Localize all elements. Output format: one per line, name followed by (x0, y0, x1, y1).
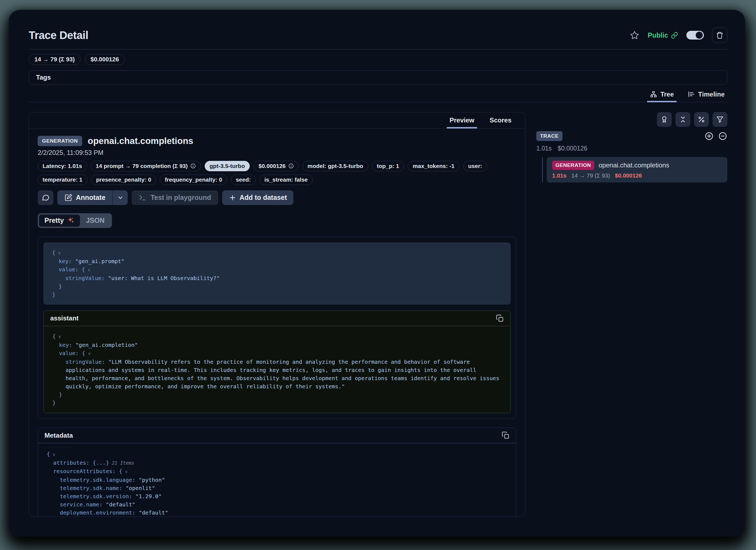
param-chip: max_tokens: -1 (408, 161, 459, 171)
code-line: service.name: "default" (47, 500, 507, 509)
observation-detail-card: Preview Scores GENERATION openai.chat.co… (29, 112, 525, 517)
code-token: } (59, 391, 62, 398)
metadata-json-block: {∨attributes: {...}21 ItemsresourceAttri… (38, 443, 516, 516)
trace-latency: 1.01s (536, 145, 552, 152)
header-divider (29, 49, 727, 50)
delete-trace-button[interactable] (712, 28, 727, 43)
param-chip: presence_penalty: 0 (91, 175, 156, 185)
expand-object-token[interactable]: {...} (93, 459, 109, 466)
code-token: } (52, 399, 56, 406)
code-token: value: { (59, 350, 85, 356)
header-actions: Public (630, 28, 727, 43)
param-chip: model: gpt-3.5-turbo (303, 161, 368, 171)
expand-all-button[interactable] (704, 132, 714, 141)
param-chip: user: (463, 161, 487, 171)
tree-icon (650, 91, 657, 98)
code-token: value: { (59, 266, 85, 273)
copy-metadata-button[interactable] (502, 431, 510, 439)
sparkles-icon (67, 217, 75, 224)
model-chip[interactable]: gpt-3.5-turbo (205, 161, 250, 171)
page-title: Trace Detail (29, 29, 88, 41)
add-to-dataset-button[interactable]: Add to dataset (222, 190, 294, 205)
generation-latency: 1.01s (552, 172, 567, 179)
collapse-chevron-icon[interactable]: ∨ (88, 267, 90, 273)
annotate-button[interactable]: Annotate (57, 190, 112, 205)
generation-tokens: 14 → 79 (Σ 93) (572, 172, 610, 179)
scores-annotation-button[interactable] (657, 112, 672, 127)
trace-metrics: 1.01s $0.000126 (536, 145, 727, 152)
collapse-node-button[interactable] (718, 132, 727, 141)
comment-icon (42, 194, 50, 202)
award-icon (660, 116, 668, 123)
toggle-knob (696, 32, 703, 39)
pretty-label: Pretty (44, 217, 64, 225)
code-line: {∨ (52, 249, 502, 257)
code-token: { (47, 451, 50, 457)
tab-preview[interactable]: Preview (447, 112, 477, 129)
filter-button[interactable] (713, 112, 727, 127)
chip-label: is_stream: false (264, 177, 308, 183)
code-line: } (52, 282, 502, 290)
generation-cost: $0.000126 (615, 172, 642, 179)
collapse-chevron-icon[interactable]: ∨ (58, 334, 61, 339)
code-token: stringValue: (66, 358, 108, 365)
param-chip: is_stream: false (260, 175, 313, 185)
format-toggle: Pretty JSON (38, 213, 112, 228)
test-in-playground-button[interactable]: Test in playground (132, 190, 218, 205)
collapse-all-button[interactable] (675, 112, 690, 127)
format-pretty-option[interactable]: Pretty (39, 215, 80, 227)
code-token: resourceAttributes: { (53, 468, 122, 474)
app-window: Trace Detail Public (9, 10, 745, 537)
percent-icon (698, 116, 705, 123)
code-token: } (52, 291, 55, 298)
content-area: Preview Scores GENERATION openai.chat.co… (29, 112, 727, 517)
public-share-link[interactable]: Public (648, 31, 678, 39)
code-token: } (59, 283, 62, 289)
collapse-chevron-icon[interactable]: ∨ (53, 452, 55, 457)
code-line: key: "gen_ai.prompt" (52, 257, 502, 265)
tab-scores[interactable]: Scores (487, 112, 514, 129)
public-toggle[interactable] (686, 31, 704, 40)
code-line: stringValue: "user: What is LLM Observab… (52, 274, 502, 282)
copy-assistant-button[interactable] (496, 314, 504, 322)
param-chip: temperature: 1 (38, 175, 87, 185)
tab-tree[interactable]: Tree (647, 88, 677, 102)
code-line: } (52, 399, 502, 407)
trace-node-badge[interactable]: TRACE (536, 131, 562, 141)
code-line: value: {∨ (52, 349, 502, 358)
trace-tree-panel: TRACE (536, 112, 727, 183)
code-token: "gen_ai.prompt" (75, 258, 124, 265)
show-percentages-button[interactable] (694, 112, 709, 127)
observation-chips-row1: Latency: 1.01s14 prompt → 79 completion … (38, 161, 516, 171)
param-chip: seed: (231, 175, 256, 185)
completion-json-block: {∨key: "gen_ai.completion"value: {∨strin… (44, 326, 510, 413)
preview-pane: GENERATION openai.chat.completions 2/2/2… (29, 129, 525, 516)
info-icon (288, 163, 294, 169)
chip-label: frequency_penalty: 0 (165, 177, 222, 183)
chip-label: max_tokens: -1 (413, 163, 454, 169)
code-token: { (52, 333, 56, 339)
tags-editor[interactable]: Tags (29, 70, 727, 85)
collapse-chevron-icon[interactable]: ∨ (58, 250, 61, 256)
chip-label: temperature: 1 (43, 177, 82, 183)
plus-icon (229, 194, 236, 202)
io-preview-container: {∨key: "gen_ai.prompt"value: {∨stringVal… (38, 237, 516, 419)
playground-label: Test in playground (151, 194, 211, 202)
trash-icon (716, 31, 724, 39)
generation-node-card[interactable]: GENERATION openai.chat.completions 1.01s… (547, 157, 727, 183)
annotate-label: Annotate (76, 194, 105, 202)
trace-cost-badge: $0.000126 (85, 54, 125, 65)
code-token: key: (59, 342, 75, 348)
tree-toolbar (536, 112, 727, 127)
bookmark-star-button[interactable] (630, 30, 639, 40)
collapse-chevron-icon[interactable]: ∨ (125, 469, 128, 474)
code-token: telemetry.sdk.language: (60, 477, 139, 483)
tab-timeline[interactable]: Timeline (685, 88, 727, 102)
format-json-option[interactable]: JSON (80, 217, 111, 225)
collapse-chevron-icon[interactable]: ∨ (88, 351, 91, 356)
chip-label: top_p: 1 (377, 163, 399, 169)
annotate-dropdown-button[interactable] (113, 190, 128, 205)
annotate-split-button: Annotate (57, 190, 128, 205)
prompt-json-block: {∨key: "gen_ai.prompt"value: {∨stringVal… (43, 243, 511, 304)
comment-button[interactable] (38, 190, 53, 205)
